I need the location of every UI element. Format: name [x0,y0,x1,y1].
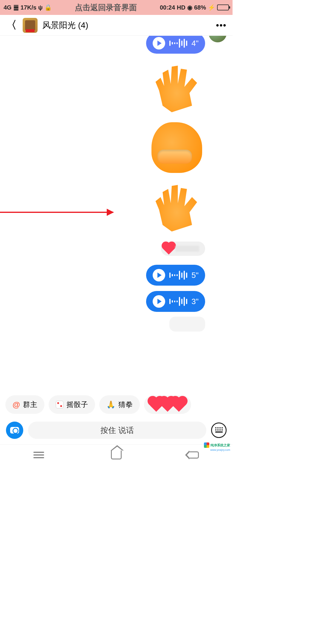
back-icon [189,451,199,459]
dice-icon [56,401,64,408]
watermark-logo-icon [204,442,209,448]
more-button[interactable]: ••• [216,21,227,30]
quote-chip[interactable] [161,242,205,256]
message-pending [6,315,227,333]
keyboard-toggle-button[interactable] [211,422,227,438]
group-avatar[interactable] [23,18,38,33]
heart-icon [172,397,186,412]
overlay-hint[interactable]: 点击返回录音界面 [75,2,137,13]
message-voice-3: 3" [6,291,227,312]
home-icon [111,451,122,459]
nav-menu-button[interactable] [32,450,45,460]
network-label: 4G [4,4,12,11]
battery-icon [217,4,229,10]
message-sticker-hand-open-1 [6,63,227,113]
nav-back-button[interactable] [188,450,200,460]
quick-reply-row[interactable]: @ 群主 摇骰子 🙏 猜拳 [0,391,233,418]
message-sticker-fist [6,122,227,173]
input-bar: 按住 说话 [0,418,233,444]
hold-to-talk-label: 按住 说话 [100,425,134,436]
hold-to-talk-button[interactable]: 按住 说话 [28,422,206,439]
voice-duration: 3" [191,297,199,306]
quick-label: 摇骰子 [66,400,88,409]
guess-icon: 🙏 [106,400,115,409]
status-bar: 4G ䷀ 17K/s ψ 🔒 点击返回录音界面 00:24 HD ◉ 68% ⚡ [0,0,233,15]
quick-at-owner[interactable]: @ 群主 [5,395,44,414]
waveform-icon [169,297,187,306]
quick-label: 猜拳 [118,400,133,409]
heart-icon [163,243,175,255]
annotation-arrow [0,212,113,213]
lock-icon: 🔒 [44,4,52,11]
play-icon[interactable] [153,295,165,308]
voice-bubble[interactable]: 5" [146,265,205,286]
quote-text-blurred [175,246,199,252]
sticker-hand-open[interactable] [151,182,202,233]
voice-bubble[interactable]: 3" [146,291,205,312]
message-quote [6,242,227,259]
voice-duration: 5" [191,271,199,280]
play-icon[interactable] [153,37,165,49]
quick-dice[interactable]: 摇骰子 [49,395,95,414]
watermark-text: 纯净系统之家 [210,443,230,448]
chat-header: 〈 风景阳光 (4) ••• [0,15,233,36]
quick-label: 群主 [23,400,37,409]
watermark: 纯净系统之家 [204,442,230,448]
signal-icon: ䷀ [13,4,19,11]
waveform-icon [169,39,187,48]
nav-home-button[interactable] [110,450,123,460]
camera-icon [10,427,19,434]
voice-duration: 4" [191,39,199,48]
watermark-url: www.ycwjzy.com [210,448,230,451]
camera-button[interactable] [6,422,23,439]
battery-pct: 68% [194,4,206,11]
system-nav-bar [0,444,233,465]
wifi-icon: ◉ [187,4,192,11]
hd-label: HD [177,4,185,11]
menu-icon [33,450,44,460]
message-list[interactable]: 4" 5" 3" [0,36,233,391]
sticker-hand-open[interactable] [151,63,202,113]
message-voice-2: 5" [6,265,227,286]
sticker-fist[interactable] [151,122,202,173]
play-icon[interactable] [153,269,165,281]
quick-hearts[interactable] [144,395,191,414]
quick-guess[interactable]: 🙏 猜拳 [99,395,140,414]
message-voice-1: 4" [6,36,227,54]
back-button[interactable]: 〈 [6,18,17,32]
keyboard-icon [215,427,223,433]
clock: 00:24 [160,4,175,11]
message-sticker-hand-open-2 [6,182,227,233]
sender-avatar[interactable] [209,36,227,42]
waveform-icon [169,271,187,280]
chat-title[interactable]: 风景阳光 (4) [42,20,216,31]
at-icon: @ [13,400,20,409]
pending-chip[interactable] [169,317,205,332]
voice-bubble[interactable]: 4" [146,36,205,54]
speed-label: 17K/s [21,4,36,11]
usb-icon: ψ [38,4,43,11]
